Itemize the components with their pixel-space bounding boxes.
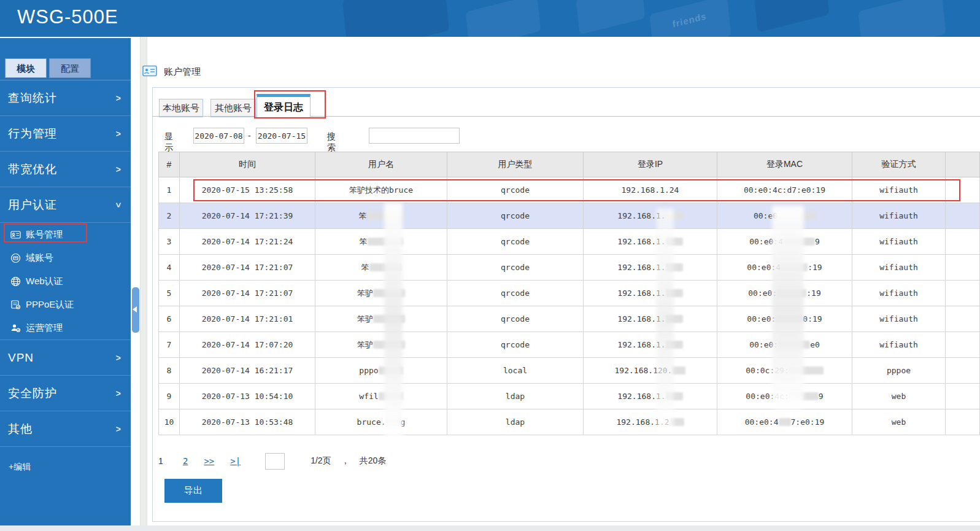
cell-ip: 192.168.1. (584, 281, 717, 306)
cell-username: 笨驴 (315, 332, 447, 358)
table-row-5[interactable]: 52020-07-14 17:21:07笨驴qrcode192.168.1.00… (159, 281, 980, 306)
cell-ip: 192.168.1. (584, 384, 717, 409)
sidebar-item-vpn[interactable]: VPN> (0, 340, 131, 376)
app-window: friends WSG-500E 模块配置 查询统计>行为管理>带宽优化>用户认… (0, 0, 980, 531)
cell-usertype: local (447, 358, 584, 384)
sidebar-scrollbar[interactable] (140, 37, 147, 531)
cell-auth: wifiauth (852, 306, 946, 332)
sidebar-collapse-handle[interactable] (132, 287, 139, 333)
date-to-input[interactable] (256, 128, 307, 144)
cell-time: 2020-07-14 17:21:07 (180, 255, 315, 281)
table-row-3[interactable]: 32020-07-14 17:21:24笨qrcode192.168.1.00:… (159, 229, 980, 255)
keyboard-decor (342, 0, 449, 37)
table-row-2[interactable]: 22020-07-14 17:21:39笨qrcode192.168.1.00:… (159, 203, 980, 229)
page-bottom-strip (0, 525, 980, 531)
sidebar-item-label: 其他 (8, 421, 33, 437)
keyboard-decor (466, 0, 541, 37)
keyboard-decor (754, 0, 830, 33)
sidebar-item-user-auth[interactable]: 用户认证> (0, 187, 131, 223)
cell-username: wfil (315, 384, 447, 409)
sidebar-tab-config[interactable]: 配置 (49, 58, 91, 78)
show-label: 显示 (164, 131, 173, 153)
censored-block (783, 238, 815, 246)
sidebar-item-behavior-management[interactable]: 行为管理> (0, 116, 131, 152)
cell-filler (946, 255, 980, 281)
sidebar-item-bandwidth-optimization[interactable]: 带宽优化> (0, 152, 131, 187)
tab-login-log[interactable]: 登录日志 (257, 94, 311, 117)
censored-block (379, 366, 403, 374)
cell-index: 5 (159, 281, 180, 306)
cell-auth: wifiauth (852, 332, 946, 358)
table-row-4[interactable]: 42020-07-14 17:21:07笨qrcode192.168.1.00:… (159, 255, 980, 281)
censored-block (666, 341, 683, 349)
cell-ip: 192.168.1. (584, 306, 717, 332)
cell-index: 3 (159, 229, 180, 255)
sidebar-item-security-protection[interactable]: 安全防护> (0, 376, 131, 411)
censored-block (781, 263, 808, 271)
table-row-7[interactable]: 72020-07-14 17:07:20笨驴qrcode192.168.1.00… (159, 332, 980, 358)
sidebar-subitem-label: 域账号 (26, 252, 53, 264)
cell-usertype: qrcode (447, 306, 584, 332)
cell-time: 2020-07-13 10:53:48 (180, 409, 315, 435)
cell-username: 笨 (315, 203, 447, 229)
chevron-right-icon: > (116, 389, 121, 398)
cell-time: 2020-07-14 17:07:20 (180, 332, 315, 358)
cell-mac: 00:e0 (717, 203, 852, 229)
sidebar-tab-module[interactable]: 模块 (5, 58, 47, 78)
cell-filler (946, 177, 980, 203)
table-row-1[interactable]: 12020-07-15 13:25:58笨驴技术的bruceqrcode192.… (159, 177, 980, 203)
export-button[interactable]: 导出 (164, 479, 222, 503)
censored-block (779, 418, 791, 426)
cell-usertype: ldap (447, 384, 584, 409)
tab-other-account[interactable]: 其他账号 (210, 99, 256, 117)
cell-auth: pppoe (852, 358, 946, 384)
sidebar-subitem-operation-management[interactable]: 运营管理 (0, 316, 131, 339)
sidebar-menu: 查询统计>行为管理>带宽优化>用户认证>账号管理域账号Web认证PPPoE认证运… (0, 80, 131, 447)
censored-block (666, 238, 683, 246)
sidebar-edit-link[interactable]: +编辑 (9, 462, 31, 473)
cell-time: 2020-07-14 17:21:39 (180, 203, 315, 229)
cell-usertype: ldap (447, 409, 584, 435)
cell-usertype: qrcode (447, 203, 584, 229)
cell-ip: 192.168.1. (584, 229, 717, 255)
cell-ip: 192.168.1. (584, 255, 717, 281)
table-row-10[interactable]: 102020-07-13 10:53:48bruce.gldap192.168.… (159, 409, 980, 435)
censored-block (789, 392, 819, 400)
cell-ip: 192.168.1. (584, 332, 717, 358)
sidebar-subitem-label: Web认证 (26, 276, 63, 287)
sidebar-subitem-pppoe-auth[interactable]: PPPoE认证 (0, 293, 131, 316)
cell-usertype: qrcode (447, 255, 584, 281)
date-from-input[interactable] (193, 128, 244, 144)
page-link-2[interactable]: 2 (183, 456, 188, 466)
censored-block (368, 238, 403, 246)
cell-usertype: qrcode (447, 177, 584, 203)
cell-time: 2020-07-14 17:21:01 (180, 306, 315, 332)
cell-index: 7 (159, 332, 180, 358)
censored-block (666, 289, 683, 297)
cell-time: 2020-07-15 13:25:58 (180, 177, 315, 203)
table-row-9[interactable]: 92020-07-13 10:54:10wfilldap192.168.1.00… (159, 384, 980, 409)
table-row-8[interactable]: 82020-07-14 16:21:17pppolocal192.168.120… (159, 358, 980, 384)
keyboard-decor (576, 0, 646, 34)
page-jump-input[interactable] (265, 453, 285, 470)
page-next-link[interactable]: >> (204, 456, 214, 466)
column-header-6: 验证方式 (852, 152, 946, 177)
search-input[interactable] (369, 128, 460, 144)
table-row-6[interactable]: 62020-07-14 17:21:01笨驴qrcode192.168.1.00… (159, 306, 980, 332)
cell-filler (946, 384, 980, 409)
sidebar-subitem-account-management[interactable]: 账号管理 (0, 223, 131, 246)
cell-time: 2020-07-13 10:54:10 (180, 384, 315, 409)
column-header-5: 登录MAC (717, 152, 852, 177)
page-last-link[interactable]: >| (230, 456, 241, 466)
sidebar-subitem-domain-account[interactable]: 域账号 (0, 246, 131, 269)
cell-auth: wifiauth (852, 255, 946, 281)
column-header-2: 用户名 (315, 152, 447, 177)
sidebar-subitem-web-auth[interactable]: Web认证 (0, 269, 131, 293)
sidebar-item-other[interactable]: 其他> (0, 411, 131, 447)
tab-local-account[interactable]: 本地账号 (159, 99, 203, 117)
cell-time: 2020-07-14 17:21:24 (180, 229, 315, 255)
sidebar-item-query-stats[interactable]: 查询统计> (0, 80, 131, 116)
chevron-right-icon: > (116, 93, 121, 103)
cell-time: 2020-07-14 17:21:07 (180, 281, 315, 306)
app-header: friends WSG-500E (0, 0, 980, 37)
